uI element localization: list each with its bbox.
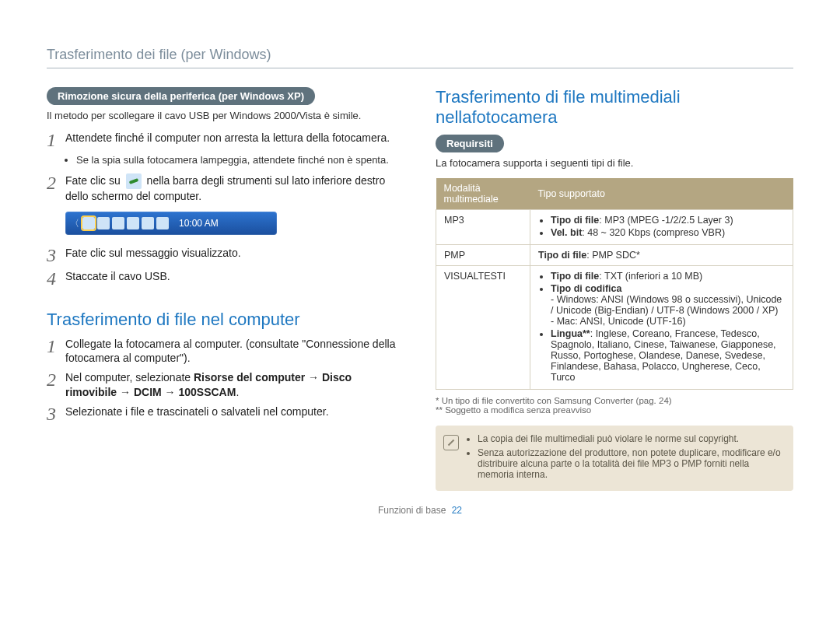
- step-text: Fate clic sul messaggio visualizzato.: [65, 246, 404, 261]
- left-column: Rimozione sicura della periferica (per W…: [47, 87, 404, 491]
- footnote-1: * Un tipo di file convertito con Samsung…: [436, 396, 793, 405]
- section-title-media-transfer: Trasferimento di file multimediali nella…: [436, 87, 793, 128]
- mode-cell: MP3: [436, 209, 530, 244]
- step-text: Nel computer, selezionate Risorse del co…: [65, 370, 404, 400]
- step-1-bullet: Se la spia sulla fotocamera lampeggia, a…: [76, 154, 404, 166]
- safely-remove-hardware-tray-icon: [82, 217, 95, 229]
- intro-text: Il metodo per scollegare il cavo USB per…: [47, 110, 404, 121]
- page-header: Trasferimento dei file (per Windows): [47, 47, 793, 63]
- pc-step-2-lead: Nel computer, selezionate: [65, 371, 194, 384]
- label: Vel. bit: [551, 227, 582, 238]
- note-bullet: La copia dei file multimediali può viola…: [478, 433, 784, 444]
- footnotes: * Un tipo di file convertito con Samsung…: [436, 396, 793, 415]
- note-bullet: Senza autorizzazione del produttore, non…: [478, 447, 784, 480]
- step-3: 3 Fate clic sul messaggio visualizzato.: [47, 246, 404, 264]
- table-row: PMP Tipo di file: PMP SDC*: [436, 244, 793, 265]
- type-cell: Tipo di file: PMP SDC*: [530, 244, 793, 265]
- supported-file-types-table: Modalità multimediale Tipo supportato MP…: [436, 178, 793, 390]
- value: : MP3 (MPEG -1/2/2.5 Layer 3): [599, 215, 733, 226]
- step-text: Collegate la fotocamera al computer. (co…: [65, 337, 404, 366]
- footer-section: Funzioni di base: [378, 505, 446, 516]
- step-4: 4 Staccate il cavo USB.: [47, 269, 404, 288]
- tray-icon: [112, 217, 124, 229]
- section-title-transfer-to-pc: Trasferimento di file nel computer: [47, 310, 404, 330]
- pc-step-2: 2 Nel computer, selezionate Risorse del …: [47, 370, 404, 400]
- type-cell: Tipo di file: MP3 (MPEG -1/2/2.5 Layer 3…: [530, 209, 793, 244]
- page-footer: Funzioni di base 22: [47, 505, 793, 516]
- value: : 48 ~ 320 Kbps (compreso VBR): [582, 227, 725, 238]
- step-text: Fate clic su nella barra degli strumenti…: [65, 173, 404, 204]
- mode-cell: PMP: [436, 244, 530, 265]
- label: Tipo di codifica: [551, 283, 621, 294]
- note-icon: [443, 435, 459, 450]
- windows-taskbar-tray: 〈 10:00 AM: [65, 212, 277, 235]
- right-column: Trasferimento di file multimediali nella…: [436, 87, 793, 491]
- tray-icon: [142, 217, 154, 229]
- step-text: Selezionate i file e trascinateli o salv…: [65, 405, 404, 419]
- type-cell: Tipo di file: TXT (inferiori a 10 MB) Ti…: [530, 265, 793, 389]
- tray-icon: [156, 217, 169, 229]
- note-box: La copia dei file multimediali può viola…: [436, 426, 793, 491]
- page-number: 22: [452, 505, 462, 516]
- label: Tipo di file: [551, 271, 599, 282]
- pc-step-2-suffix: .: [236, 386, 239, 398]
- tray-icon: [127, 217, 139, 229]
- label: Lingua**: [551, 328, 590, 339]
- value: : TXT (inferiori a 10 MB): [599, 271, 702, 282]
- step-number: 2: [47, 370, 65, 389]
- step-number: 1: [47, 131, 65, 149]
- step-number: 2: [47, 173, 65, 192]
- pill-requirements: Requirsiti: [436, 135, 504, 152]
- step-text: Staccate il cavo USB.: [65, 269, 404, 284]
- table-row: MP3 Tipo di file: MP3 (MPEG -1/2/2.5 Lay…: [436, 209, 793, 244]
- mode-cell: VISUALTESTI: [436, 265, 530, 389]
- label: Tipo di file: [551, 215, 599, 226]
- step-number: 3: [47, 246, 65, 264]
- intro-text: La fotocamera supporta i seguenti tipi d…: [436, 157, 793, 169]
- footnote-2: ** Soggetto a modifica senza preavviso: [436, 405, 793, 415]
- pill-remove-device: Rimozione sicura della periferica (per W…: [47, 87, 315, 105]
- safely-remove-hardware-icon: [126, 173, 142, 189]
- two-column-layout: Rimozione sicura della periferica (per W…: [47, 87, 793, 491]
- tray-icon: [97, 217, 110, 229]
- encoding-windows: - Windows: ANSI (Windows 98 o successivi…: [551, 294, 785, 316]
- table-header-mode: Modalità multimediale: [436, 178, 530, 210]
- step-1: 1 Attendete finché il computer non arres…: [47, 131, 404, 149]
- table-header-type: Tipo supportato: [530, 178, 793, 210]
- encoding-mac: - Mac: ANSI, Unicode (UTF-16): [551, 316, 785, 327]
- value: : PMP SDC*: [586, 250, 640, 261]
- step-text: Attendete finché il computer non arresta…: [65, 131, 404, 145]
- tray-clock: 10:00 AM: [179, 218, 219, 229]
- label: Tipo di file: [538, 250, 586, 261]
- step-2: 2 Fate clic su nella barra degli strumen…: [47, 173, 404, 204]
- step-number: 1: [47, 337, 65, 356]
- pc-step-3: 3 Selezionate i file e trascinateli o sa…: [47, 405, 404, 423]
- step-number: 3: [47, 405, 65, 423]
- pc-step-1: 1 Collegate la fotocamera al computer. (…: [47, 337, 404, 366]
- tray-expand-icon: 〈: [70, 217, 79, 230]
- table-row: VISUALTESTI Tipo di file: TXT (inferiori…: [436, 265, 793, 389]
- step-number: 4: [47, 269, 65, 288]
- step-1-sublist: Se la spia sulla fotocamera lampeggia, a…: [65, 154, 404, 166]
- header-rule: [47, 68, 793, 68]
- step-2-text-a: Fate clic su: [65, 174, 121, 187]
